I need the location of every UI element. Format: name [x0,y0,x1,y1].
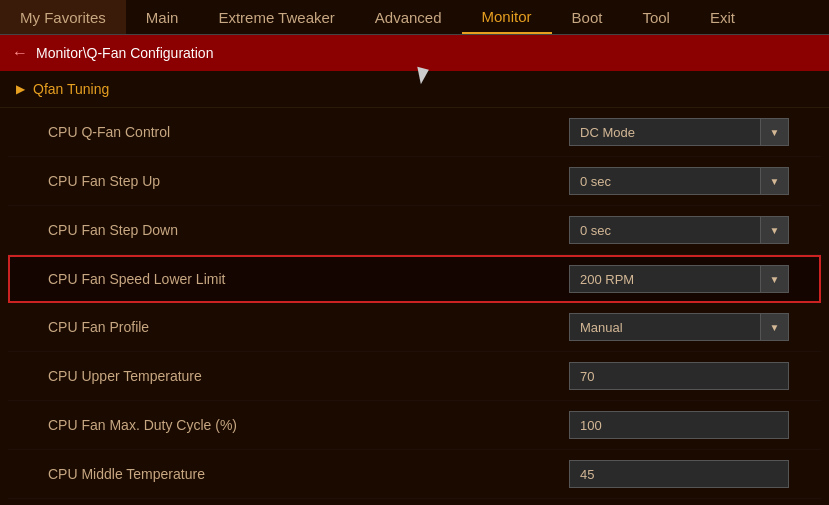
setting-label-cpu-fan-profile: CPU Fan Profile [48,319,149,335]
breadcrumb-bar: ← Monitor\Q-Fan Configuration [0,35,829,71]
setting-row-cpu-fan-max-duty-cycle: CPU Fan Max. Duty Cycle (%)100 [8,401,821,450]
dropdown-cpu-fan-step-down[interactable]: 0 sec▼ [569,216,789,244]
setting-row-cpu-fan-speed-lower-limit: CPU Fan Speed Lower Limit200 RPM▼ [8,255,821,303]
dropdown-value-cpu-fan-profile: Manual [570,320,760,335]
menu-item-main[interactable]: Main [126,0,199,34]
menu-bar: My FavoritesMainExtreme TweakerAdvancedM… [0,0,829,35]
setting-row-cpu-fan-step-up: CPU Fan Step Up0 sec▼ [8,157,821,206]
breadcrumb: Monitor\Q-Fan Configuration [36,45,213,61]
dropdown-arrow-icon-cpu-fan-step-down[interactable]: ▼ [760,217,788,243]
setting-row-cpu-fan-step-down: CPU Fan Step Down0 sec▼ [8,206,821,255]
dropdown-arrow-icon-cpu-fan-step-up[interactable]: ▼ [760,168,788,194]
setting-row-cpu-fan-middle-duty-cycle: CPU Fan Middle. Duty Cycle (%)60 [8,499,821,505]
setting-row-cpu-middle-temperature: CPU Middle Temperature45 [8,450,821,499]
menu-item-monitor[interactable]: Monitor [462,0,552,34]
setting-label-cpu-fan-step-down: CPU Fan Step Down [48,222,178,238]
dropdown-value-cpu-fan-step-down: 0 sec [570,223,760,238]
menu-item-extreme-tweaker[interactable]: Extreme Tweaker [198,0,354,34]
dropdown-cpu-fan-profile[interactable]: Manual▼ [569,313,789,341]
back-icon[interactable]: ← [12,44,28,62]
setting-label-cpu-upper-temperature: CPU Upper Temperature [48,368,202,384]
dropdown-cpu-fan-step-up[interactable]: 0 sec▼ [569,167,789,195]
setting-label-cpu-fan-step-up: CPU Fan Step Up [48,173,160,189]
setting-label-cpu-fan-max-duty-cycle: CPU Fan Max. Duty Cycle (%) [48,417,237,433]
input-field-cpu-middle-temperature[interactable]: 45 [569,460,789,488]
qfan-tuning-section[interactable]: ▶ Qfan Tuning [0,71,829,108]
setting-label-cpu-fan-speed-lower-limit: CPU Fan Speed Lower Limit [48,271,225,287]
dropdown-value-cpu-qfan-control: DC Mode [570,125,760,140]
input-field-cpu-fan-max-duty-cycle[interactable]: 100 [569,411,789,439]
dropdown-arrow-icon-cpu-qfan-control[interactable]: ▼ [760,119,788,145]
setting-row-cpu-qfan-control: CPU Q-Fan ControlDC Mode▼ [8,108,821,157]
input-field-cpu-upper-temperature[interactable]: 70 [569,362,789,390]
setting-row-cpu-upper-temperature: CPU Upper Temperature70 [8,352,821,401]
dropdown-arrow-icon-cpu-fan-profile[interactable]: ▼ [760,314,788,340]
dropdown-arrow-icon-cpu-fan-speed-lower-limit[interactable]: ▼ [760,266,788,292]
section-expand-icon: ▶ [16,82,25,96]
setting-row-cpu-fan-profile: CPU Fan ProfileManual▼ [8,303,821,352]
dropdown-cpu-qfan-control[interactable]: DC Mode▼ [569,118,789,146]
menu-item-boot[interactable]: Boot [552,0,623,34]
menu-item-advanced[interactable]: Advanced [355,0,462,34]
setting-label-cpu-middle-temperature: CPU Middle Temperature [48,466,205,482]
dropdown-value-cpu-fan-speed-lower-limit: 200 RPM [570,272,760,287]
section-label: Qfan Tuning [33,81,109,97]
dropdown-value-cpu-fan-step-up: 0 sec [570,174,760,189]
menu-item-tool[interactable]: Tool [622,0,690,34]
dropdown-cpu-fan-speed-lower-limit[interactable]: 200 RPM▼ [569,265,789,293]
menu-item-exit[interactable]: Exit [690,0,755,34]
menu-item-my-favorites[interactable]: My Favorites [0,0,126,34]
settings-area: CPU Q-Fan ControlDC Mode▼CPU Fan Step Up… [0,108,829,505]
setting-label-cpu-qfan-control: CPU Q-Fan Control [48,124,170,140]
